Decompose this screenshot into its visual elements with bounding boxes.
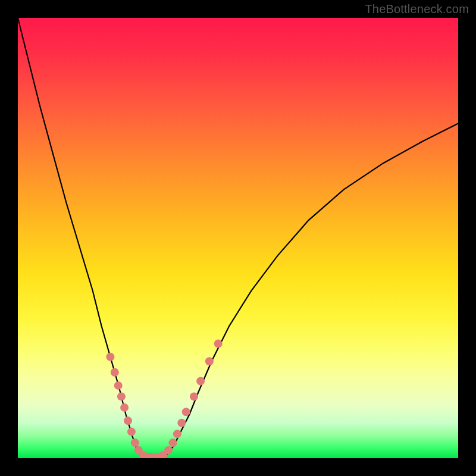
sample-dot <box>111 368 119 377</box>
bottleneck-curve <box>18 18 458 458</box>
sample-dot <box>190 392 198 400</box>
sample-dot <box>120 403 129 412</box>
sample-dot <box>164 446 173 455</box>
watermark-text: TheBottleneck.com <box>365 2 469 16</box>
sample-dots-group <box>106 340 222 458</box>
sample-dot <box>205 357 214 365</box>
sample-dot <box>177 419 186 427</box>
sample-dot <box>196 377 205 386</box>
plot-area <box>18 18 458 458</box>
sample-dot <box>173 430 181 438</box>
sample-dot <box>131 439 139 447</box>
sample-dot <box>127 428 136 436</box>
sample-dot <box>168 439 177 447</box>
sample-dot <box>106 353 114 361</box>
chart-svg <box>18 18 458 458</box>
sample-dot <box>182 408 190 416</box>
outer-frame: TheBottleneck.com <box>0 0 476 476</box>
sample-dot <box>124 416 132 425</box>
sample-dot <box>214 340 223 348</box>
sample-dot <box>117 392 126 400</box>
sample-dot <box>114 381 123 390</box>
